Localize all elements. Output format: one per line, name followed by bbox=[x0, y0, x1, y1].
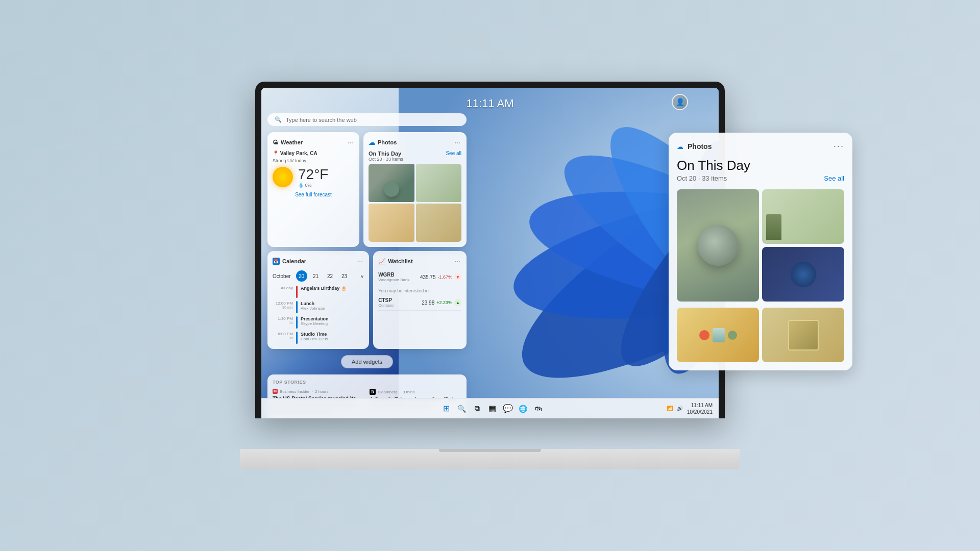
calendar-widget: 📅 Calendar ··· October 20 21 22 23 bbox=[267, 251, 369, 349]
chat-taskbar-button[interactable]: 💬 bbox=[502, 403, 514, 415]
sound-icon: 🔊 bbox=[677, 406, 683, 411]
weather-title: Weather bbox=[281, 139, 303, 145]
photos-panel-date: Oct 20 · 33 items bbox=[677, 174, 727, 182]
event-studio-name: Studio Time bbox=[301, 332, 328, 337]
stock-ctsp-indicator: ▲ bbox=[454, 299, 461, 306]
weather-location: 📍 Valley Park, CA bbox=[273, 151, 354, 156]
event-pres-name: Presentation bbox=[301, 316, 329, 321]
stock-ctsp-price: 23.98 bbox=[422, 300, 434, 306]
weather-more-button[interactable]: ··· bbox=[346, 137, 354, 147]
watchlist-widget: Watchlist ··· WGRB Woodgrove Bank bbox=[373, 251, 467, 349]
calendar-day-23[interactable]: 23 bbox=[339, 270, 350, 282]
screen-border: 11:11 AM 👤 🔍 Type here to search the web bbox=[255, 82, 725, 418]
stock-ctsp: CTSP Contoso 23.98 +2.23% ▲ bbox=[378, 295, 461, 311]
calendar-days-row: October 20 21 22 23 ∨ bbox=[273, 270, 364, 282]
watchlist-more-button[interactable]: ··· bbox=[453, 256, 461, 266]
laptop: 11:11 AM 👤 🔍 Type here to search the web bbox=[240, 82, 740, 469]
search-taskbar-button[interactable]: 🔍 bbox=[456, 403, 468, 415]
photos-panel-thumb-1[interactable] bbox=[677, 189, 759, 302]
photo-thumb-2[interactable] bbox=[416, 164, 462, 202]
photos-panel-heading: On This Day bbox=[677, 158, 844, 173]
event-lunch-duration: 30 min bbox=[273, 306, 293, 309]
store-taskbar-button[interactable]: 🛍 bbox=[532, 403, 545, 415]
stock-ctsp-name: Contoso bbox=[378, 303, 394, 308]
start-button[interactable]: ⊞ bbox=[440, 403, 453, 415]
taskbar-date: 10/20/2021 bbox=[687, 409, 713, 415]
widgets-taskbar-button[interactable]: ▦ bbox=[486, 403, 499, 415]
calendar-day-21[interactable]: 21 bbox=[310, 270, 322, 282]
photos-widget-header: Photos ··· bbox=[369, 137, 461, 147]
calendar-expand[interactable]: ∨ bbox=[360, 273, 364, 279]
photos-panel-thumb-4[interactable] bbox=[677, 308, 759, 362]
calendar-day-22[interactable]: 22 bbox=[325, 270, 336, 282]
weather-forecast-link[interactable]: See full forecast bbox=[273, 192, 354, 197]
photos-header-row: On This Day Oct 20 · 33 items See all bbox=[369, 151, 461, 162]
calendar-day-20[interactable]: 20 bbox=[296, 270, 307, 282]
event-lunch: 12:00 PM 30 min Lunch Alex Johnson bbox=[273, 301, 364, 313]
laptop-body bbox=[240, 449, 740, 469]
desktop-scene: 11:11 AM 👤 🔍 Type here to search the web bbox=[0, 0, 980, 551]
task-view-button[interactable]: ⧉ bbox=[471, 403, 483, 415]
search-icon: 🔍 bbox=[275, 116, 282, 123]
search-bar[interactable]: 🔍 Type here to search the web bbox=[267, 113, 467, 126]
photos-panel-thumb-2[interactable] bbox=[762, 189, 844, 244]
add-widgets-section: Add widgets bbox=[267, 353, 467, 370]
event-lunch-name: Lunch bbox=[301, 301, 325, 306]
event-studio-duration: 3h bbox=[273, 336, 293, 340]
taskbar-right: 📶 🔊 11:11 AM 10/20/2021 bbox=[667, 402, 713, 415]
widgets-row-2: 📅 Calendar ··· October 20 21 22 23 bbox=[267, 251, 467, 349]
photos-panel-more-button[interactable]: ··· bbox=[834, 141, 844, 152]
calendar-title: 📅 Calendar bbox=[273, 258, 306, 265]
laptop-hinge bbox=[439, 449, 541, 452]
may-interest-label: You may be interested in bbox=[378, 288, 461, 293]
event-pres-duration: 1h bbox=[273, 321, 293, 324]
stock-wgrb: WGRB Woodgrove Bank 435.75 -1.67% ▼ bbox=[378, 269, 461, 285]
avatar[interactable]: 👤 bbox=[672, 94, 688, 110]
event-pres-detail: Skype Meeting bbox=[301, 321, 329, 326]
photo-thumb-3[interactable] bbox=[369, 204, 414, 242]
weather-widget-header: Weather ··· bbox=[273, 137, 354, 147]
event-bar-lunch bbox=[296, 301, 298, 313]
calendar-header: 📅 Calendar ··· bbox=[273, 256, 364, 266]
photos-panel-cloud-icon bbox=[677, 142, 683, 151]
weather-widget: Weather ··· 📍 Valley Park, CA Strong UV … bbox=[267, 132, 359, 247]
stock-ctsp-ticker: CTSP bbox=[378, 297, 394, 303]
stock-wgrb-indicator: ▼ bbox=[454, 273, 461, 281]
event-pres-time: 1:30 PM bbox=[273, 316, 293, 321]
photos-section: On This Day bbox=[369, 151, 403, 157]
stock-ctsp-change: +2.23% bbox=[436, 300, 452, 305]
photos-panel-header: Photos ··· bbox=[677, 141, 844, 152]
add-widgets-button[interactable]: Add widgets bbox=[341, 355, 393, 368]
calendar-month: October bbox=[273, 273, 291, 279]
photos-panel-app-name: Photos bbox=[688, 142, 712, 151]
event-lunch-time: 12:00 PM bbox=[273, 301, 293, 306]
photos-panel-meta: Oct 20 · 33 items See all bbox=[677, 174, 844, 182]
photo-thumb-4[interactable] bbox=[416, 204, 462, 242]
taskbar: ⊞ 🔍 ⧉ ▦ 💬 🌐 🛍 📶 🔊 11:11 AM 10/20/20 bbox=[261, 398, 719, 418]
photos-panel-see-all[interactable]: See all bbox=[824, 174, 844, 182]
stock-wgrb-name: Woodgrove Bank bbox=[378, 278, 409, 282]
clock: 11:11 AM bbox=[467, 97, 514, 110]
calendar-more-button[interactable]: ··· bbox=[356, 256, 364, 266]
event-presentation: 1:30 PM 1h Presentation Skype Meeting bbox=[273, 316, 364, 329]
photo-thumb-1[interactable] bbox=[369, 164, 414, 202]
system-clock[interactable]: 11:11 AM 10/20/2021 bbox=[687, 402, 713, 415]
photos-panel-grid bbox=[677, 189, 844, 305]
calendar-events: All day Angela's Birthday 🎂 12 bbox=[273, 286, 364, 344]
weather-humidity: 💧 0% bbox=[298, 183, 328, 188]
event-allday: All day Angela's Birthday 🎂 bbox=[273, 286, 364, 298]
photos-panel-thumb-3[interactable] bbox=[762, 247, 844, 302]
watchlist-title: Watchlist bbox=[388, 258, 413, 264]
photos-panel-thumb-5[interactable] bbox=[762, 308, 844, 362]
photos-see-all[interactable]: See all bbox=[446, 151, 461, 156]
weather-sun-icon bbox=[273, 167, 293, 187]
news-source-icon-0: BI bbox=[273, 389, 278, 394]
event-bar-pres bbox=[296, 316, 298, 329]
photos-grid bbox=[369, 164, 461, 242]
weather-uv: Strong UV today bbox=[273, 158, 354, 163]
edge-taskbar-button[interactable]: 🌐 bbox=[517, 403, 529, 415]
stock-wgrb-change: -1.67% bbox=[437, 274, 452, 280]
watchlist-header: Watchlist ··· bbox=[378, 256, 461, 266]
photos-more-button[interactable]: ··· bbox=[453, 137, 461, 147]
wifi-icon: 📶 bbox=[667, 406, 673, 411]
